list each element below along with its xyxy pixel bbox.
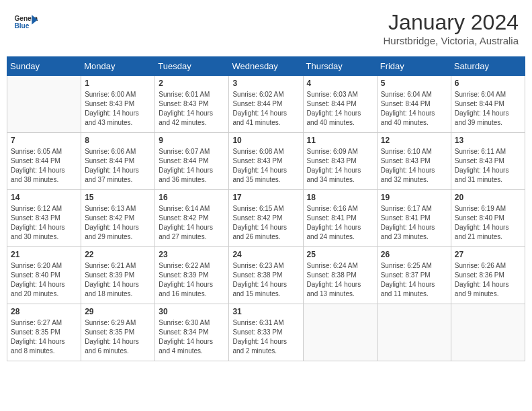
calendar-cell: 30Sunrise: 6:30 AMSunset: 8:34 PMDayligh…	[155, 304, 229, 361]
calendar-week-row: 7Sunrise: 6:05 AMSunset: 8:44 PMDaylight…	[7, 133, 525, 190]
day-number: 23	[159, 250, 225, 259]
calendar-cell: 4Sunrise: 6:03 AMSunset: 8:44 PMDaylight…	[303, 76, 377, 133]
day-info: Sunrise: 6:24 AMSunset: 8:38 PMDaylight:…	[307, 261, 373, 299]
calendar-cell: 3Sunrise: 6:02 AMSunset: 8:44 PMDaylight…	[229, 76, 303, 133]
day-info: Sunrise: 6:04 AMSunset: 8:44 PMDaylight:…	[455, 90, 521, 128]
calendar-cell: 9Sunrise: 6:07 AMSunset: 8:44 PMDaylight…	[155, 133, 229, 190]
calendar-cell: 12Sunrise: 6:10 AMSunset: 8:43 PMDayligh…	[377, 133, 451, 190]
day-number: 28	[11, 307, 77, 316]
day-info: Sunrise: 6:26 AMSunset: 8:36 PMDaylight:…	[455, 261, 521, 299]
month-title: January 2024	[384, 10, 519, 35]
day-info: Sunrise: 6:20 AMSunset: 8:40 PMDaylight:…	[11, 261, 77, 299]
day-number: 7	[11, 136, 77, 145]
day-info: Sunrise: 6:08 AMSunset: 8:43 PMDaylight:…	[232, 147, 299, 185]
day-number: 27	[455, 250, 521, 259]
calendar-cell: 31Sunrise: 6:31 AMSunset: 8:33 PMDayligh…	[229, 304, 303, 361]
calendar-cell: 29Sunrise: 6:29 AMSunset: 8:35 PMDayligh…	[81, 304, 155, 361]
calendar-cell: 5Sunrise: 6:04 AMSunset: 8:44 PMDaylight…	[377, 76, 451, 133]
day-info: Sunrise: 6:15 AMSunset: 8:42 PMDaylight:…	[232, 204, 299, 242]
day-number: 29	[85, 307, 151, 316]
day-info: Sunrise: 6:00 AMSunset: 8:43 PMDaylight:…	[85, 90, 151, 128]
col-saturday: Saturday	[451, 57, 525, 76]
day-number: 25	[307, 250, 373, 259]
day-number: 16	[159, 193, 225, 202]
calendar-cell: 19Sunrise: 6:17 AMSunset: 8:41 PMDayligh…	[377, 190, 451, 247]
day-number: 6	[455, 79, 521, 88]
calendar-week-row: 14Sunrise: 6:12 AMSunset: 8:43 PMDayligh…	[7, 190, 525, 247]
calendar-cell: 13Sunrise: 6:11 AMSunset: 8:43 PMDayligh…	[451, 133, 525, 190]
calendar-table: Sunday Monday Tuesday Wednesday Thursday…	[7, 56, 525, 361]
calendar-cell: 24Sunrise: 6:23 AMSunset: 8:38 PMDayligh…	[229, 247, 303, 304]
day-number: 11	[307, 136, 373, 145]
day-info: Sunrise: 6:07 AMSunset: 8:44 PMDaylight:…	[159, 147, 225, 185]
day-number: 22	[85, 250, 151, 259]
day-info: Sunrise: 6:09 AMSunset: 8:43 PMDaylight:…	[307, 147, 373, 185]
day-number: 3	[232, 79, 299, 88]
day-info: Sunrise: 6:01 AMSunset: 8:43 PMDaylight:…	[159, 90, 225, 128]
calendar-week-row: 1Sunrise: 6:00 AMSunset: 8:43 PMDaylight…	[7, 76, 525, 133]
day-number: 4	[307, 79, 373, 88]
day-number: 9	[159, 136, 225, 145]
calendar-week-row: 21Sunrise: 6:20 AMSunset: 8:40 PMDayligh…	[7, 247, 525, 304]
title-block: January 2024 Hurstbridge, Victoria, Aust…	[384, 10, 519, 46]
day-info: Sunrise: 6:16 AMSunset: 8:41 PMDaylight:…	[307, 204, 373, 242]
day-info: Sunrise: 6:11 AMSunset: 8:43 PMDaylight:…	[455, 147, 521, 185]
day-number: 2	[159, 79, 225, 88]
day-number: 20	[455, 193, 521, 202]
day-info: Sunrise: 6:21 AMSunset: 8:39 PMDaylight:…	[85, 261, 151, 299]
calendar-cell: 10Sunrise: 6:08 AMSunset: 8:43 PMDayligh…	[229, 133, 303, 190]
col-wednesday: Wednesday	[229, 57, 303, 76]
calendar-cell: 25Sunrise: 6:24 AMSunset: 8:38 PMDayligh…	[303, 247, 377, 304]
day-info: Sunrise: 6:03 AMSunset: 8:44 PMDaylight:…	[307, 90, 373, 128]
logo: General Blue	[13, 10, 38, 34]
calendar-cell: 18Sunrise: 6:16 AMSunset: 8:41 PMDayligh…	[303, 190, 377, 247]
calendar-cell: 14Sunrise: 6:12 AMSunset: 8:43 PMDayligh…	[7, 190, 81, 247]
day-info: Sunrise: 6:22 AMSunset: 8:39 PMDaylight:…	[159, 261, 225, 299]
day-number: 26	[381, 250, 447, 259]
svg-text:Blue: Blue	[14, 22, 29, 30]
day-number: 5	[381, 79, 447, 88]
calendar-cell: 28Sunrise: 6:27 AMSunset: 8:35 PMDayligh…	[7, 304, 81, 361]
day-info: Sunrise: 6:27 AMSunset: 8:35 PMDaylight:…	[11, 318, 77, 356]
day-number: 18	[307, 193, 373, 202]
day-info: Sunrise: 6:19 AMSunset: 8:40 PMDaylight:…	[455, 204, 521, 242]
calendar-cell: 2Sunrise: 6:01 AMSunset: 8:43 PMDaylight…	[155, 76, 229, 133]
day-info: Sunrise: 6:12 AMSunset: 8:43 PMDaylight:…	[11, 204, 77, 242]
day-info: Sunrise: 6:23 AMSunset: 8:38 PMDaylight:…	[232, 261, 299, 299]
day-info: Sunrise: 6:31 AMSunset: 8:33 PMDaylight:…	[232, 318, 299, 356]
day-info: Sunrise: 6:25 AMSunset: 8:37 PMDaylight:…	[381, 261, 447, 299]
day-number: 24	[232, 250, 299, 259]
day-number: 12	[381, 136, 447, 145]
calendar-cell: 7Sunrise: 6:05 AMSunset: 8:44 PMDaylight…	[7, 133, 81, 190]
calendar-cell: 23Sunrise: 6:22 AMSunset: 8:39 PMDayligh…	[155, 247, 229, 304]
calendar-cell: 6Sunrise: 6:04 AMSunset: 8:44 PMDaylight…	[451, 76, 525, 133]
day-number: 17	[232, 193, 299, 202]
calendar-cell: 17Sunrise: 6:15 AMSunset: 8:42 PMDayligh…	[229, 190, 303, 247]
col-tuesday: Tuesday	[155, 57, 229, 76]
calendar-header-row: Sunday Monday Tuesday Wednesday Thursday…	[7, 57, 525, 76]
calendar-cell: 22Sunrise: 6:21 AMSunset: 8:39 PMDayligh…	[81, 247, 155, 304]
day-info: Sunrise: 6:06 AMSunset: 8:44 PMDaylight:…	[85, 147, 151, 185]
col-thursday: Thursday	[303, 57, 377, 76]
day-number: 13	[455, 136, 521, 145]
day-info: Sunrise: 6:04 AMSunset: 8:44 PMDaylight:…	[381, 90, 447, 128]
day-number: 31	[232, 307, 299, 316]
day-number: 10	[232, 136, 299, 145]
calendar-cell: 1Sunrise: 6:00 AMSunset: 8:43 PMDaylight…	[81, 76, 155, 133]
calendar-cell: 11Sunrise: 6:09 AMSunset: 8:43 PMDayligh…	[303, 133, 377, 190]
calendar-cell: 26Sunrise: 6:25 AMSunset: 8:37 PMDayligh…	[377, 247, 451, 304]
calendar-cell: 21Sunrise: 6:20 AMSunset: 8:40 PMDayligh…	[7, 247, 81, 304]
calendar-week-row: 28Sunrise: 6:27 AMSunset: 8:35 PMDayligh…	[7, 304, 525, 361]
day-number: 14	[11, 193, 77, 202]
calendar-cell	[377, 304, 451, 361]
day-number: 19	[381, 193, 447, 202]
day-number: 1	[85, 79, 151, 88]
page-header: General Blue January 2024 Hurstbridge, V…	[7, 7, 525, 50]
calendar-cell	[303, 304, 377, 361]
location-subtitle: Hurstbridge, Victoria, Australia	[384, 35, 519, 46]
calendar-cell: 15Sunrise: 6:13 AMSunset: 8:42 PMDayligh…	[81, 190, 155, 247]
logo-icon: General Blue	[13, 10, 38, 34]
day-info: Sunrise: 6:02 AMSunset: 8:44 PMDaylight:…	[232, 90, 299, 128]
day-number: 15	[85, 193, 151, 202]
calendar-cell	[7, 76, 81, 133]
